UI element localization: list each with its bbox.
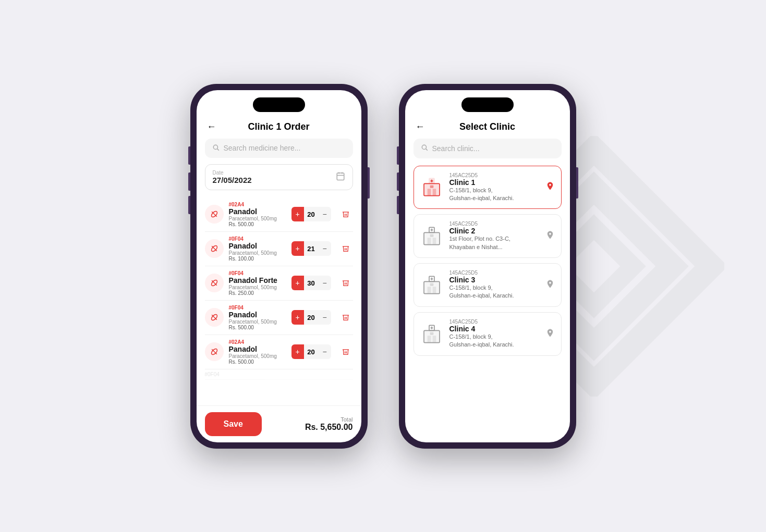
- med-desc-4: Paracetamol, 500mg: [229, 353, 286, 359]
- qty-plus-0[interactable]: +: [291, 207, 304, 221]
- clinic-item-3[interactable]: 145AC25D5 Clinic 4 C-158/1, block 9,Guls…: [414, 312, 562, 356]
- qty-control-4: + 20 −: [291, 344, 331, 359]
- svg-point-0: [213, 145, 217, 149]
- clinic-info-3: 145AC25D5 Clinic 4 C-158/1, block 9,Guls…: [449, 319, 539, 349]
- phone1-screen: ← Clinic 1 Order Search medicine here...…: [197, 90, 361, 442]
- clinic-id-2: 145AC25D5: [449, 270, 539, 276]
- phone2: ← Select Clinic Search clinic...: [399, 84, 576, 449]
- phone1-title: Clinic 1 Order: [248, 121, 309, 132]
- qty-plus-1[interactable]: +: [291, 241, 304, 256]
- med-info-3: #0F04 Panadol Paracetamol, 500mg Rs. 500…: [229, 305, 286, 330]
- phone2-screen: ← Select Clinic Search clinic...: [405, 90, 570, 442]
- svg-rect-2: [337, 173, 344, 180]
- dynamic-island-1: [253, 97, 305, 112]
- location-pin-0: [545, 181, 555, 193]
- back-button-1[interactable]: ←: [207, 121, 216, 132]
- med-info-4: #02A4 Panadol Paracetamol, 500mg Rs. 500…: [229, 339, 286, 365]
- more-items-indicator: #0F04: [205, 369, 353, 380]
- total-label: Total: [305, 416, 353, 423]
- med-desc-0: Paracetamol, 500mg: [229, 216, 286, 221]
- svg-line-17: [425, 149, 427, 150]
- qty-value-1: 21: [304, 241, 319, 256]
- save-button[interactable]: Save: [205, 412, 262, 436]
- clinic-item-2[interactable]: 145AC25D5 Clinic 3 C-158/1, block 9,Guls…: [414, 263, 562, 307]
- qty-control-3: + 20 −: [291, 310, 331, 325]
- medicine-item-4: #02A4 Panadol Paracetamol, 500mg Rs. 500…: [205, 335, 353, 369]
- svg-rect-30: [432, 238, 436, 245]
- med-price-4: Rs. 500.00: [229, 359, 286, 365]
- qty-value-0: 20: [304, 207, 319, 221]
- svg-line-9: [212, 246, 217, 251]
- date-field[interactable]: Date 27/05/2022: [205, 164, 353, 190]
- clinic-id-3: 145AC25D5: [449, 319, 539, 325]
- delete-btn-0[interactable]: [338, 207, 353, 221]
- qty-control-1: + 21 −: [291, 241, 331, 256]
- med-name-0: Panadol: [229, 207, 286, 216]
- clinic-search-placeholder[interactable]: Search clinic...: [432, 144, 480, 153]
- med-code-1: #0F04: [229, 236, 286, 242]
- qty-plus-2[interactable]: +: [291, 276, 304, 290]
- delete-btn-1[interactable]: [338, 241, 353, 256]
- svg-line-11: [212, 280, 217, 286]
- qty-control-0: + 20 −: [291, 207, 331, 221]
- total-section: Total Rs. 5,650.00: [305, 416, 353, 432]
- delete-btn-4[interactable]: [338, 344, 353, 359]
- clinic-id-0: 145AC25D5: [449, 172, 539, 178]
- medicine-item-3: #0F04 Panadol Paracetamol, 500mg Rs. 500…: [205, 301, 353, 335]
- clinic-addr-0: C-158/1, block 9,Gulshan-e-iqbal, Karach…: [449, 187, 539, 203]
- qty-value-4: 20: [304, 344, 319, 359]
- medicine-search-bar: Search medicine here...: [205, 139, 353, 158]
- svg-rect-38: [432, 287, 436, 293]
- qty-value-3: 20: [304, 310, 319, 325]
- qty-plus-4[interactable]: +: [291, 344, 304, 359]
- med-icon-4: [205, 342, 224, 361]
- med-price-1: Rs. 100.00: [229, 256, 286, 262]
- delete-btn-3[interactable]: [338, 310, 353, 325]
- med-price-2: Rs. 250.00: [229, 290, 286, 296]
- med-name-4: Panadol: [229, 345, 286, 353]
- qty-value-2: 30: [304, 276, 319, 290]
- svg-rect-33: [430, 234, 433, 237]
- med-code-3: #0F04: [229, 305, 286, 311]
- svg-rect-41: [430, 283, 433, 286]
- clinic-building-icon-2: [420, 274, 443, 296]
- medicine-search-placeholder[interactable]: Search medicine here...: [224, 144, 301, 152]
- med-info-1: #0F04 Panadol Paracetamol, 500mg Rs. 100…: [229, 236, 286, 262]
- med-desc-1: Paracetamol, 500mg: [229, 250, 286, 256]
- clinic-search-bar[interactable]: Search clinic...: [414, 139, 562, 158]
- clinic-addr-1: 1st Floor, Plot no. C3-C,Khayaban e Nish…: [449, 235, 539, 251]
- medicine-item-1: #0F04 Panadol Paracetamol, 500mg Rs. 100…: [205, 232, 353, 266]
- clinic-id-1: 145AC25D5: [449, 221, 539, 227]
- qty-minus-1[interactable]: −: [319, 241, 331, 256]
- svg-rect-25: [430, 185, 433, 188]
- svg-line-1: [217, 149, 218, 150]
- phones-container: ← Clinic 1 Order Search medicine here...…: [190, 84, 576, 449]
- total-amount: Rs. 5,650.00: [305, 423, 353, 432]
- med-icon-1: [205, 239, 224, 258]
- med-info-2: #0F04 Panadol Forte Paracetamol, 500mg R…: [229, 270, 286, 296]
- qty-minus-4[interactable]: −: [319, 344, 331, 359]
- clinic-item-0[interactable]: 145AC25D5 Clinic 1 C-158/1, block 9,Guls…: [414, 166, 562, 209]
- med-price-3: Rs. 500.00: [229, 325, 286, 330]
- clinic-item-1[interactable]: 145AC25D5 Clinic 2 1st Floor, Plot no. C…: [414, 214, 562, 258]
- qty-minus-0[interactable]: −: [319, 207, 331, 221]
- delete-btn-2[interactable]: [338, 276, 353, 290]
- med-desc-2: Paracetamol, 500mg: [229, 284, 286, 290]
- med-price-0: Rs. 500.00: [229, 221, 286, 227]
- clinic-building-icon-1: [420, 225, 443, 248]
- location-pin-3: [545, 328, 555, 340]
- qty-minus-3[interactable]: −: [319, 310, 331, 325]
- clinic-info-1: 145AC25D5 Clinic 2 1st Floor, Plot no. C…: [449, 221, 539, 251]
- svg-rect-49: [430, 332, 433, 335]
- svg-rect-37: [427, 287, 431, 293]
- svg-rect-46: [432, 336, 436, 342]
- phone2-title: Select Clinic: [459, 121, 515, 132]
- qty-minus-2[interactable]: −: [319, 276, 331, 290]
- qty-plus-3[interactable]: +: [291, 310, 304, 325]
- qty-control-2: + 30 −: [291, 276, 331, 290]
- clinic-addr-2: C-158/1, block 9,Gulshan-e-iqbal, Karach…: [449, 284, 539, 300]
- med-code-2: #0F04: [229, 270, 286, 276]
- back-button-2[interactable]: ←: [416, 121, 425, 132]
- clinic-addr-3: C-158/1, block 9,Gulshan-e-iqbal, Karach…: [449, 333, 539, 349]
- svg-rect-29: [427, 238, 431, 245]
